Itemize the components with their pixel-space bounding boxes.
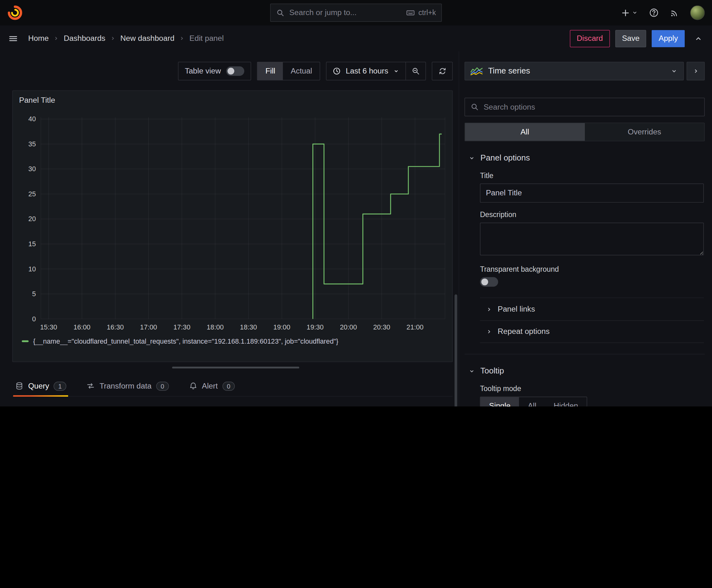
resize-handle[interactable] bbox=[172, 366, 299, 369]
actual-option[interactable]: Actual bbox=[283, 62, 320, 80]
global-search-placeholder: Search or jump to... bbox=[289, 8, 402, 17]
time-range-picker[interactable]: Last 6 hours bbox=[327, 62, 406, 80]
top-bar: Search or jump to... ctrl+k bbox=[0, 0, 712, 25]
topbar-actions bbox=[621, 5, 705, 20]
time-range-label: Last 6 hours bbox=[346, 67, 388, 76]
svg-text:25: 25 bbox=[28, 190, 36, 198]
tab-alert[interactable]: Alert 0 bbox=[187, 376, 237, 396]
timeseries-chart[interactable]: 051015202530354015:3016:0016:3017:0017:3… bbox=[17, 110, 449, 337]
zoom-out-icon bbox=[411, 67, 420, 76]
svg-text:0: 0 bbox=[32, 315, 36, 323]
panel-edit-left: Table view Fill Actual Last 6 hours bbox=[0, 51, 459, 406]
description-textarea[interactable] bbox=[480, 223, 704, 255]
svg-text:19:30: 19:30 bbox=[307, 323, 324, 331]
breadcrumb-edit-panel: Edit panel bbox=[189, 34, 223, 43]
tooltip-mode-single[interactable]: Single bbox=[480, 397, 519, 406]
transparent-background-switch[interactable] bbox=[480, 277, 498, 287]
transform-count-badge: 0 bbox=[156, 381, 169, 391]
chevron-down-icon bbox=[670, 67, 678, 75]
svg-text:17:30: 17:30 bbox=[173, 323, 190, 331]
chevron-down-icon bbox=[393, 68, 400, 75]
panel-toolbar: Table view Fill Actual Last 6 hours bbox=[12, 62, 453, 80]
left-pane-scrollbar[interactable] bbox=[455, 294, 457, 406]
fill-actual-group: Fill Actual bbox=[257, 62, 320, 80]
tooltip-mode-hidden[interactable]: Hidden bbox=[545, 397, 587, 406]
alert-count-badge: 0 bbox=[222, 381, 235, 391]
database-icon bbox=[15, 382, 24, 390]
panel-title[interactable]: Panel Title bbox=[13, 91, 452, 110]
breadcrumb-dashboards[interactable]: Dashboards bbox=[64, 34, 106, 43]
table-view-switch[interactable] bbox=[226, 66, 244, 76]
options-tabs: All Overrides bbox=[465, 123, 705, 141]
chevron-right-icon bbox=[486, 306, 493, 313]
global-search-wrap: Search or jump to... ctrl+k bbox=[270, 4, 442, 22]
viz-picker[interactable]: Time series bbox=[465, 62, 684, 80]
plus-icon bbox=[621, 8, 630, 17]
category-panel-options: Panel options Title Description Transpar… bbox=[465, 141, 705, 354]
breadcrumb: Home Dashboards New dashboard Edit panel bbox=[28, 34, 224, 43]
category-tooltip: Tooltip Tooltip mode Single All Hidden bbox=[465, 354, 705, 406]
breadcrumb-home[interactable]: Home bbox=[28, 34, 49, 43]
apply-button[interactable]: Apply bbox=[652, 30, 685, 47]
discard-button[interactable]: Discard bbox=[570, 30, 610, 47]
chevron-up-icon[interactable] bbox=[694, 34, 703, 43]
timeseries-viz-icon bbox=[471, 67, 483, 76]
refresh-button[interactable] bbox=[432, 62, 452, 80]
svg-text:35: 35 bbox=[28, 140, 36, 148]
svg-text:18:30: 18:30 bbox=[240, 323, 257, 331]
chevron-right-icon bbox=[692, 67, 700, 75]
tab-transform[interactable]: Transform data 0 bbox=[84, 376, 170, 396]
menu-toggle-icon[interactable] bbox=[8, 33, 18, 43]
repeat-options-section[interactable]: Repeat options bbox=[480, 320, 704, 343]
viz-suggestions-button[interactable] bbox=[687, 62, 705, 80]
options-search[interactable]: Search options bbox=[465, 98, 705, 116]
editor-tabs: Query 1 Transform data 0 bbox=[12, 376, 453, 397]
shortcut-label: ctrl+k bbox=[418, 8, 436, 17]
grafana-logo[interactable] bbox=[7, 5, 23, 20]
svg-text:20:00: 20:00 bbox=[340, 323, 357, 331]
fill-option[interactable]: Fill bbox=[258, 62, 283, 80]
news-button[interactable] bbox=[670, 8, 679, 17]
legend-series-label[interactable]: {__name__="cloudflared_tunnel_total_requ… bbox=[33, 337, 339, 345]
panel-title-input[interactable] bbox=[480, 184, 704, 203]
zoom-out-button[interactable] bbox=[406, 62, 426, 80]
panel-legend: {__name__="cloudflared_tunnel_total_requ… bbox=[22, 337, 452, 345]
panel-options-title: Panel options bbox=[480, 153, 530, 162]
help-button[interactable] bbox=[649, 8, 659, 18]
tab-overrides[interactable]: Overrides bbox=[585, 123, 704, 141]
search-icon bbox=[471, 103, 479, 111]
tooltip-mode-label: Tooltip mode bbox=[480, 385, 704, 393]
help-circle-icon bbox=[649, 8, 659, 18]
global-search[interactable]: Search or jump to... ctrl+k bbox=[270, 4, 442, 22]
chevron-right-icon bbox=[53, 35, 60, 42]
table-view-toggle[interactable]: Table view bbox=[178, 62, 251, 80]
panel-preview: Panel Title 051015202530354015:3016:0016… bbox=[12, 90, 453, 362]
save-button[interactable]: Save bbox=[615, 30, 646, 47]
svg-text:15: 15 bbox=[28, 240, 36, 248]
rss-icon bbox=[670, 8, 679, 17]
tooltip-header[interactable]: Tooltip bbox=[465, 354, 705, 383]
svg-text:30: 30 bbox=[28, 165, 36, 173]
chevron-right-icon bbox=[110, 35, 116, 42]
panel-links-section[interactable]: Panel links bbox=[480, 297, 704, 320]
svg-text:20:30: 20:30 bbox=[373, 323, 390, 331]
legend-series-marker[interactable] bbox=[22, 340, 28, 342]
tooltip-mode-all[interactable]: All bbox=[519, 397, 545, 406]
svg-text:15:30: 15:30 bbox=[40, 323, 57, 331]
svg-text:16:00: 16:00 bbox=[73, 323, 90, 331]
breadcrumb-new-dashboard[interactable]: New dashboard bbox=[120, 34, 174, 43]
table-view-label: Table view bbox=[185, 67, 221, 76]
user-avatar[interactable] bbox=[690, 5, 705, 20]
transform-icon bbox=[86, 382, 95, 390]
description-label: Description bbox=[480, 211, 704, 219]
panel-options-header[interactable]: Panel options bbox=[465, 141, 705, 170]
svg-text:16:30: 16:30 bbox=[107, 323, 124, 331]
tab-query[interactable]: Query 1 bbox=[13, 376, 68, 396]
tooltip-mode-group: Single All Hidden bbox=[480, 397, 587, 406]
grafana-edit-panel-page: Search or jump to... ctrl+k bbox=[0, 0, 712, 406]
tab-all[interactable]: All bbox=[465, 123, 585, 141]
viz-picker-row: Time series bbox=[465, 62, 705, 80]
bell-icon bbox=[189, 382, 197, 390]
new-menu-button[interactable] bbox=[621, 8, 638, 17]
chevron-down-icon bbox=[632, 9, 638, 16]
